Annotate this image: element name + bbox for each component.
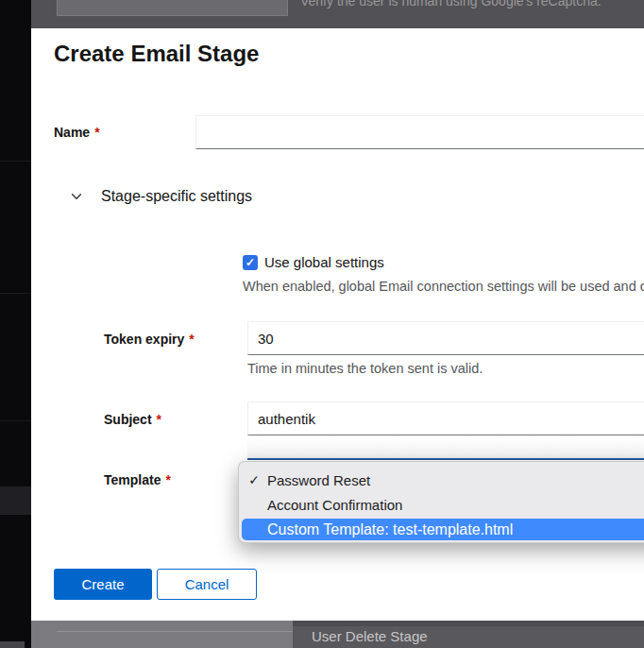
sidebar-divider <box>0 420 31 421</box>
template-dropdown-menu: ✓ Password Reset Account Confirmation Cu… <box>238 461 644 543</box>
stage-specific-settings-toggle[interactable]: Stage-specific settings <box>70 188 252 205</box>
dropdown-option-label: Account Confirmation <box>267 497 402 513</box>
sidebar-divider <box>0 161 31 162</box>
dimmed-input-box <box>57 0 288 16</box>
dimmed-row-border <box>293 621 644 626</box>
token-expiry-label: Token expiry* <box>104 332 195 347</box>
sidebar-active-item <box>0 486 31 515</box>
chevron-down-icon <box>70 190 83 203</box>
dimmed-background-bottom: User Delete Stage <box>31 621 644 648</box>
app-sidebar <box>0 0 31 648</box>
sidebar-divider <box>0 293 31 294</box>
subject-label-text: Subject <box>104 412 152 427</box>
dropdown-option-label: Password Reset <box>267 472 370 488</box>
required-asterisk: * <box>94 125 99 140</box>
template-select[interactable] <box>247 437 644 460</box>
use-global-settings-checkbox[interactable]: ✓ <box>243 255 258 270</box>
name-input[interactable] <box>195 115 644 149</box>
use-global-settings-label[interactable]: Use global settings <box>264 254 384 270</box>
dimmed-background-top: Verify the user is human using Google's … <box>31 0 644 28</box>
dropdown-option-password-reset[interactable]: ✓ Password Reset <box>239 468 644 492</box>
dropdown-option-account-confirmation[interactable]: Account Confirmation <box>239 492 644 517</box>
screen: Verify the user is human using Google's … <box>0 0 644 648</box>
template-label-text: Template <box>104 472 161 487</box>
required-asterisk: * <box>157 412 161 427</box>
required-asterisk: * <box>189 332 194 347</box>
required-asterisk: * <box>165 472 170 487</box>
dropdown-option-custom-template[interactable]: Custom Template: test-template.html <box>242 519 644 540</box>
template-label: Template* <box>104 472 171 487</box>
selected-check-icon: ✓ <box>246 472 262 487</box>
token-expiry-input[interactable] <box>247 321 644 355</box>
dimmed-row-label: User Delete Stage <box>312 628 428 644</box>
name-label-text: Name <box>54 125 90 140</box>
name-label: Name* <box>54 125 100 140</box>
dropdown-option-label: Custom Template: test-template.html <box>267 521 513 538</box>
checkmark-icon: ✓ <box>246 257 255 268</box>
token-expiry-help: Time in minutes the token sent is valid. <box>247 361 483 376</box>
subject-input[interactable] <box>247 401 644 435</box>
modal-title: Create Email Stage <box>54 41 259 67</box>
template-select-focus-underline <box>247 458 644 460</box>
create-email-stage-modal: Create Email Stage Name* Stage-specific … <box>31 28 644 621</box>
dimmed-table-divider <box>57 631 293 632</box>
section-header-label: Stage-specific settings <box>101 188 252 205</box>
use-global-settings-help: When enabled, global Email connection se… <box>243 279 644 294</box>
dimmed-table <box>31 621 293 648</box>
cancel-button[interactable]: Cancel <box>157 569 257 600</box>
create-button[interactable]: Create <box>54 569 152 600</box>
subject-label: Subject* <box>104 412 161 427</box>
sidebar-corner-patch <box>0 641 25 648</box>
dimmed-help-text: Verify the user is human using Google's … <box>300 0 602 9</box>
token-expiry-label-text: Token expiry <box>104 332 184 347</box>
dimmed-table-row: User Delete Stage <box>293 621 644 648</box>
